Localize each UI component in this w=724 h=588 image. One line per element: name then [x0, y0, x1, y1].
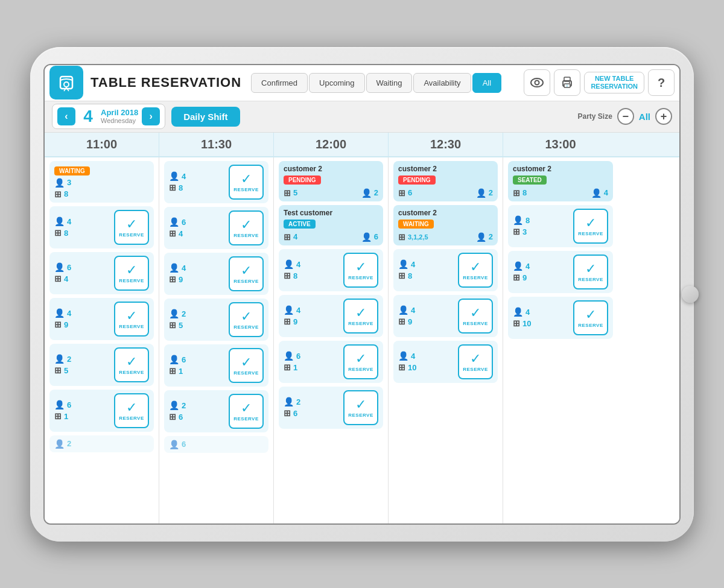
reserve-button[interactable]: ✓ RESERVE [229, 394, 264, 429]
app-header: TABLE RESERVATION Confirmed Upcoming Wai… [45, 65, 679, 101]
reserve-button[interactable]: ✓ RESERVE [229, 165, 264, 200]
date-next-btn[interactable]: › [142, 107, 160, 125]
new-table-line1: NEW TABLE [595, 75, 634, 83]
customer-name: customer 2 [398, 209, 493, 217]
list-item[interactable]: Test customer ACTIVE ⊞4 👤6 [279, 205, 383, 245]
list-item[interactable]: 👤4 ⊞9 ✓ RESERVE [508, 251, 613, 293]
reserve-button[interactable]: ✓ RESERVE [343, 390, 378, 425]
reservation-grid: WAITING 👤 3 ⊞ 8 [45, 157, 679, 523]
reserve-button[interactable]: ✓ RESERVE [114, 347, 149, 382]
table-row: ⊞ 8 [54, 189, 71, 199]
col-1200: customer 2 PENDING ⊞5 👤2 Test customer A… [274, 157, 389, 523]
list-item[interactable]: 👤2 ⊞5 ✓ RESERVE [49, 344, 154, 386]
reserve-button[interactable]: ✓ RESERVE [343, 299, 378, 334]
list-item[interactable]: WAITING 👤 3 ⊞ 8 [49, 161, 154, 203]
tab-all[interactable]: All [472, 73, 501, 93]
party-size-label: Party Size [577, 112, 612, 121]
list-item[interactable]: 👤4 ⊞8 ✓ RESERVE [279, 249, 383, 291]
tab-confirmed[interactable]: Confirmed [251, 73, 308, 93]
list-item[interactable]: 👤2 ⊞6 ✓ RESERVE [164, 390, 268, 432]
date-month: April 2018 [101, 108, 138, 118]
header-actions: i NEW TABLE RESERVATION ? [524, 69, 675, 96]
reserve-button[interactable]: ✓ RESERVE [458, 299, 493, 334]
list-item[interactable]: 👤4 ⊞8 ✓ RESERVE [393, 249, 498, 291]
reserve-button[interactable]: ✓ RESERVE [573, 300, 608, 335]
list-item[interactable]: customer 2 PENDING ⊞5 👤2 [279, 161, 383, 201]
tab-waiting[interactable]: Waiting [366, 73, 413, 93]
svg-point-6 [535, 81, 539, 85]
reserve-button[interactable]: ✓ RESERVE [229, 256, 264, 291]
app-title: TABLE RESERVATION [91, 75, 241, 90]
svg-point-10 [569, 82, 570, 83]
reserve-button[interactable]: ✓ RESERVE [114, 210, 149, 245]
date-prev-btn[interactable]: ‹ [57, 107, 75, 125]
list-item[interactable]: 👤4 ⊞10 ✓ RESERVE [393, 341, 498, 383]
status-badge: ACTIVE [284, 220, 316, 229]
reserve-button[interactable]: ✓ RESERVE [114, 302, 149, 337]
reserve-button[interactable]: ✓ RESERVE [114, 256, 149, 291]
shift-button[interactable]: Daily Shift [171, 107, 240, 127]
tab-availability[interactable]: Availability [413, 73, 471, 93]
list-item[interactable]: 👤2 ⊞6 ✓ RESERVE [279, 387, 383, 429]
list-item[interactable]: 👤4 ⊞9 ✓ RESERVE [279, 295, 383, 337]
time-col-1100: 11:00 [45, 133, 159, 156]
time-col-1200: 12:00 [274, 133, 389, 156]
list-item[interactable]: 👤4 ⊞9 ✓ RESERVE [49, 298, 154, 340]
list-item[interactable]: 👤6 ⊞1 ✓ RESERVE [164, 344, 268, 387]
col-1100: WAITING 👤 3 ⊞ 8 [45, 157, 159, 523]
list-item[interactable]: 👤2 [49, 435, 154, 452]
list-item[interactable]: 👤4 ⊞9 ✓ RESERVE [164, 253, 268, 295]
list-item[interactable]: 👤4 ⊞9 ✓ RESERVE [393, 295, 498, 337]
party-size-value: All [639, 112, 650, 122]
help-icon: ? [658, 76, 665, 90]
party-size-decrease-btn[interactable]: − [617, 108, 634, 125]
list-item[interactable]: 👤4 ⊞8 ✓ RESERVE [164, 161, 268, 203]
list-item[interactable]: customer 2 SEATED ⊞8 👤4 [508, 161, 613, 201]
list-item[interactable]: customer 2 PENDING ⊞6 👤2 [393, 161, 498, 201]
status-badge: WAITING [398, 220, 434, 229]
new-table-line2: RESERVATION [591, 83, 638, 90]
date-navigator: ‹ 4 April 2018 Wednesday › [52, 104, 165, 129]
list-item[interactable]: 👤6 ⊞1 ✓ RESERVE [49, 390, 154, 432]
time-col-1300: 13:00 [503, 133, 618, 156]
app-logo [49, 66, 83, 100]
list-item[interactable]: 👤2 ⊞5 ✓ RESERVE [164, 299, 268, 341]
list-item[interactable]: 👤6 ⊞1 ✓ RESERVE [279, 341, 383, 383]
nav-tabs: Confirmed Upcoming Waiting Availability … [251, 73, 521, 93]
list-item[interactable]: 👤6 ⊞4 ✓ RESERVE [164, 207, 268, 249]
date-number: 4 [79, 107, 97, 126]
tab-upcoming[interactable]: Upcoming [309, 73, 365, 93]
date-info: April 2018 Wednesday [101, 108, 138, 125]
reserve-button[interactable]: ✓ RESERVE [458, 344, 493, 379]
toolbar: ‹ 4 April 2018 Wednesday › Daily Shift P… [45, 101, 679, 133]
reserve-button[interactable]: ✓ RESERVE [573, 254, 608, 289]
list-item[interactable]: 👤8 ⊞3 ✓ RESERVE [508, 205, 613, 247]
time-col-1230: 12:30 [389, 133, 503, 156]
reserve-button[interactable]: ✓ RESERVE [573, 209, 608, 244]
reserve-button[interactable]: ✓ RESERVE [343, 253, 378, 288]
status-badge: PENDING [284, 175, 321, 185]
list-item[interactable]: customer 2 WAITING ⊞3,1,2,5 👤2 [393, 205, 498, 245]
reserve-button[interactable]: ✓ RESERVE [229, 348, 264, 383]
printer-icon-btn[interactable]: i [554, 69, 580, 96]
reserve-button[interactable]: ✓ RESERVE [229, 210, 264, 245]
party-size-increase-btn[interactable]: + [655, 108, 672, 125]
reserve-button[interactable]: ✓ RESERVE [458, 253, 493, 288]
new-table-btn[interactable]: NEW TABLE RESERVATION [584, 72, 644, 93]
eye-icon-btn[interactable] [524, 69, 550, 96]
time-grid-header: 11:00 11:30 12:00 12:30 13:00 [45, 133, 679, 157]
time-col-1130: 11:30 [159, 133, 274, 156]
tablet-device: TABLE RESERVATION Confirmed Upcoming Wai… [30, 47, 694, 542]
tablet-screen: TABLE RESERVATION Confirmed Upcoming Wai… [43, 64, 681, 525]
list-item[interactable]: 👤6 [164, 436, 268, 453]
status-badge: SEATED [513, 175, 547, 185]
status-badge: PENDING [398, 175, 436, 185]
list-item[interactable]: 👤6 ⊞4 ✓ RESERVE [49, 252, 154, 294]
party-size-control: Party Size − All + [577, 108, 672, 125]
list-item[interactable]: 👤4 ⊞10 ✓ RESERVE [508, 297, 613, 339]
help-btn[interactable]: ? [648, 69, 675, 96]
reserve-button[interactable]: ✓ RESERVE [114, 393, 149, 428]
reserve-button[interactable]: ✓ RESERVE [229, 302, 264, 337]
reserve-button[interactable]: ✓ RESERVE [343, 344, 378, 379]
list-item[interactable]: 👤4 ⊞8 ✓ RESERVE [49, 206, 154, 248]
